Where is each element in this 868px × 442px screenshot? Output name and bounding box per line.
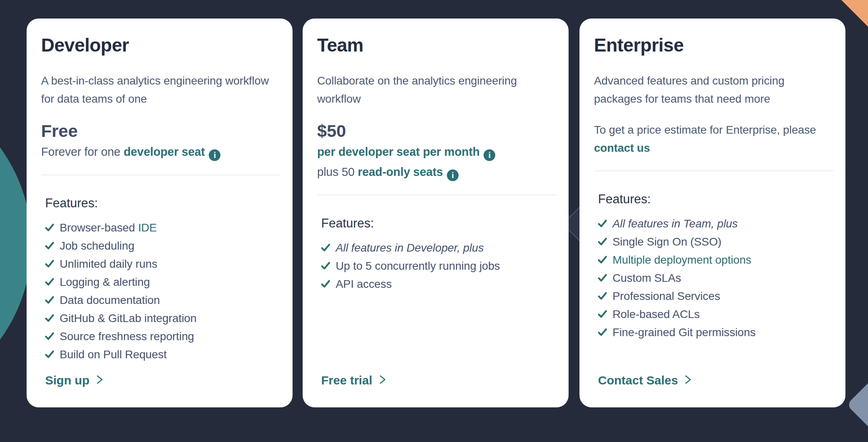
feature-item: Job scheduling	[45, 237, 280, 255]
pricing-page: Developer A best-in-class analytics engi…	[0, 0, 868, 442]
check-icon	[598, 273, 607, 282]
check-icon	[45, 259, 54, 268]
divider	[41, 175, 280, 175]
plan-description: Advanced features and custom pricing pac…	[594, 72, 833, 108]
divider	[594, 171, 833, 171]
features-section: Features: Browser-based IDE Job scheduli…	[45, 195, 280, 364]
features-section: Features: All features in Team, plus Sin…	[598, 191, 833, 341]
feature-item: Unlimited daily runs	[45, 255, 280, 273]
price-note-text: Forever for one	[41, 145, 124, 158]
feature-text: Source freshness reporting	[60, 330, 194, 343]
pricing-card-enterprise: Enterprise Advanced features and custom …	[579, 19, 845, 407]
feature-text: Single Sign On (SSO)	[613, 235, 721, 248]
check-icon	[598, 310, 607, 318]
price-note: per developer seat per month	[317, 143, 557, 161]
feature-item: All features in Developer, plus	[321, 239, 557, 257]
check-icon	[45, 277, 54, 286]
info-icon[interactable]	[447, 169, 459, 181]
features-list: Browser-based IDE Job scheduling Unlimit…	[45, 219, 280, 364]
feature-text: Job scheduling	[60, 240, 134, 252]
feature-text: All features in Team, plus	[613, 217, 738, 230]
read-only-seats-link[interactable]: read-only seats	[358, 165, 443, 178]
plan-title: Developer	[41, 35, 280, 56]
feature-item: API access	[321, 275, 557, 293]
plan-description: Collaborate on the analytics engineering…	[317, 72, 557, 108]
sign-up-label: Sign up	[45, 374, 89, 387]
multiple-deployment-options-link[interactable]: Multiple deployment options	[613, 254, 751, 266]
plan-title: Enterprise	[594, 35, 833, 56]
ide-link[interactable]: IDE	[138, 221, 157, 234]
feature-item: Professional Services	[598, 287, 833, 305]
feature-item: Custom SLAs	[598, 269, 833, 287]
check-icon	[598, 291, 607, 300]
divider	[317, 195, 557, 195]
pricing-card-developer: Developer A best-in-class analytics engi…	[27, 19, 293, 407]
price-note: plus 50 read-only seats	[317, 163, 557, 181]
check-icon	[321, 243, 330, 252]
check-icon	[45, 350, 54, 359]
feature-item: Source freshness reporting	[45, 327, 280, 345]
info-icon[interactable]	[209, 149, 220, 161]
features-list: All features in Developer, plus Up to 5 …	[321, 239, 557, 293]
developer-seat-link[interactable]: developer seat	[124, 145, 205, 158]
developer-seat-pricing-link[interactable]: per developer seat per month	[317, 145, 480, 158]
feature-text: GitHub & GitLab integration	[60, 312, 197, 324]
check-icon	[45, 314, 54, 322]
free-trial-link[interactable]: Free trial	[321, 374, 557, 387]
plan-description: A best-in-class analytics engineering wo…	[41, 72, 280, 108]
price-note-text: plus 50	[317, 165, 358, 178]
features-heading: Features:	[45, 195, 280, 211]
feature-text: Build on Pull Request	[60, 348, 167, 361]
feature-text: API access	[336, 278, 392, 290]
features-heading: Features:	[321, 215, 557, 231]
info-icon[interactable]	[484, 149, 495, 161]
feature-item: Browser-based IDE	[45, 219, 280, 237]
chevron-right-icon	[379, 374, 387, 388]
feature-item: Logging & alerting	[45, 273, 280, 291]
grey-diamond-decoration	[846, 376, 868, 433]
contact-note-text: To get a price estimate for Enterprise, …	[594, 124, 816, 136]
check-icon	[45, 223, 54, 232]
feature-text: Fine-grained Git permissions	[613, 326, 756, 339]
chevron-right-icon	[684, 374, 692, 388]
contact-sales-link[interactable]: Contact Sales	[598, 374, 833, 387]
feature-item: All features in Team, plus	[598, 215, 833, 233]
check-icon	[321, 261, 330, 270]
feature-text: Custom SLAs	[613, 272, 681, 284]
feature-text: Browser-based IDE	[60, 221, 157, 234]
check-icon	[321, 279, 330, 288]
feature-item: Build on Pull Request	[45, 345, 280, 364]
plan-price: Free	[41, 121, 280, 141]
feature-item: Data documentation	[45, 291, 280, 309]
features-section: Features: All features in Developer, plu…	[321, 215, 557, 293]
feature-text: Logging & alerting	[60, 276, 150, 288]
features-list: All features in Team, plus Single Sign O…	[598, 215, 833, 341]
check-icon	[598, 237, 607, 246]
feature-item: Multiple deployment options	[598, 251, 833, 269]
feature-text: Up to 5 concurrently running jobs	[336, 260, 500, 272]
feature-item: GitHub & GitLab integration	[45, 309, 280, 327]
sign-up-link[interactable]: Sign up	[45, 374, 280, 387]
feature-item: Fine-grained Git permissions	[598, 323, 833, 341]
check-icon	[598, 328, 607, 337]
feature-text: All features in Developer, plus	[336, 242, 484, 254]
feature-item: Role-based ACLs	[598, 305, 833, 323]
feature-item: Up to 5 concurrently running jobs	[321, 257, 557, 275]
pricing-card-team: Team Collaborate on the analytics engine…	[303, 19, 569, 407]
price-note: Forever for one developer seat	[41, 143, 280, 161]
contact-note: To get a price estimate for Enterprise, …	[594, 121, 833, 157]
contact-us-link[interactable]: contact us	[594, 142, 650, 154]
free-trial-label: Free trial	[321, 374, 372, 387]
plan-title: Team	[317, 35, 557, 56]
check-icon	[598, 255, 607, 264]
features-heading: Features:	[598, 191, 833, 207]
feature-item: Single Sign On (SSO)	[598, 233, 833, 251]
chevron-right-icon	[96, 374, 104, 388]
check-icon	[45, 295, 54, 304]
feature-text: Role-based ACLs	[613, 308, 700, 320]
check-icon	[45, 241, 54, 250]
check-icon	[45, 332, 54, 341]
feature-text: Unlimited daily runs	[60, 258, 157, 270]
check-icon	[598, 219, 607, 228]
contact-sales-label: Contact Sales	[598, 374, 678, 387]
